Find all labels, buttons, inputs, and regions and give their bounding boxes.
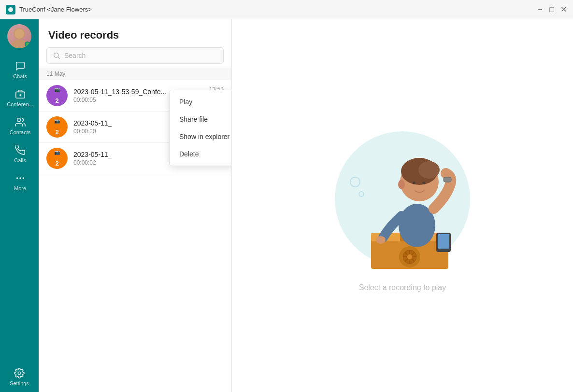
close-button[interactable]: ✕ [559, 6, 567, 14]
date-separator: 11 May [39, 68, 231, 80]
select-recording-text: Select a recording to play [359, 283, 446, 292]
sidebar-item-more-label: More [14, 185, 26, 191]
sidebar-item-conferences[interactable]: Conferen... [0, 84, 39, 112]
sidebar-item-conferences-label: Conferen... [7, 101, 33, 107]
right-panel: Select a recording to play [232, 19, 573, 392]
search-icon [53, 52, 60, 59]
recording-thumb-2: 📷 2 [46, 116, 68, 138]
sidebar-item-chats[interactable]: Chats [0, 56, 39, 84]
list-panel: Video records 11 May 📷 2 202 [39, 19, 232, 392]
svg-point-9 [20, 178, 21, 179]
svg-rect-44 [438, 234, 449, 249]
list-header: Video records [39, 19, 231, 47]
svg-point-11 [18, 372, 21, 375]
sidebar-item-calls[interactable]: Calls [0, 140, 39, 168]
sidebar-nav: Chats Conferen... Contacts [0, 56, 39, 392]
svg-point-25 [407, 254, 412, 259]
sidebar-item-calls-label: Calls [14, 157, 26, 163]
sidebar-item-more[interactable]: More [0, 168, 39, 196]
context-menu-share[interactable]: Share file [170, 111, 231, 128]
maximize-button[interactable]: □ [548, 6, 556, 14]
sidebar-item-settings[interactable]: Settings [0, 362, 39, 392]
sidebar-item-contacts-label: Contacts [10, 129, 30, 135]
page-title: Video records [48, 29, 222, 42]
svg-point-12 [54, 53, 58, 57]
svg-point-40 [398, 180, 405, 189]
minimize-button[interactable]: − [536, 6, 544, 14]
svg-point-10 [23, 178, 24, 179]
app-title: TrueConf <Jane Flowers> [19, 6, 536, 13]
sidebar: Chats Conferen... Contacts [0, 19, 39, 392]
svg-point-39 [422, 182, 425, 184]
svg-point-3 [14, 29, 24, 39]
illustration [320, 119, 485, 274]
online-indicator [25, 42, 30, 47]
context-menu-delete[interactable]: Delete [170, 145, 231, 163]
title-bar: TrueConf <Jane Flowers> − □ ✕ [0, 0, 573, 19]
avatar[interactable] [7, 24, 31, 48]
window-controls: − □ ✕ [536, 6, 567, 14]
main-panel: Video records 11 May 📷 2 202 [39, 19, 573, 392]
recording-thumb-3: 📷 2 [46, 148, 68, 169]
sidebar-item-chats-label: Chats [13, 73, 27, 79]
svg-line-13 [58, 57, 60, 59]
svg-point-8 [16, 178, 17, 179]
search-input[interactable] [64, 52, 217, 59]
recording-item-1[interactable]: 📷 2 2023-05-11_13-53-59_Confe... 00:00:0… [39, 80, 231, 112]
svg-point-38 [413, 182, 415, 184]
app-body: Chats Conferen... Contacts [0, 19, 573, 392]
svg-point-37 [418, 161, 440, 179]
context-menu: Play Share file Show in explorer Delete [169, 90, 231, 166]
recording-thumb-1: 📷 2 [46, 85, 68, 106]
settings-label: Settings [10, 380, 29, 386]
svg-rect-41 [444, 177, 451, 182]
svg-point-7 [17, 118, 20, 122]
app-logo [6, 5, 15, 14]
svg-point-42 [376, 236, 386, 244]
recording-list: 📷 2 2023-05-11_13-53-59_Confe... 00:00:0… [39, 80, 231, 392]
context-menu-explorer[interactable]: Show in explorer [170, 128, 231, 145]
sidebar-item-contacts[interactable]: Contacts [0, 112, 39, 140]
svg-point-0 [8, 7, 13, 12]
search-bar[interactable] [46, 47, 224, 64]
context-menu-play[interactable]: Play [170, 93, 231, 111]
